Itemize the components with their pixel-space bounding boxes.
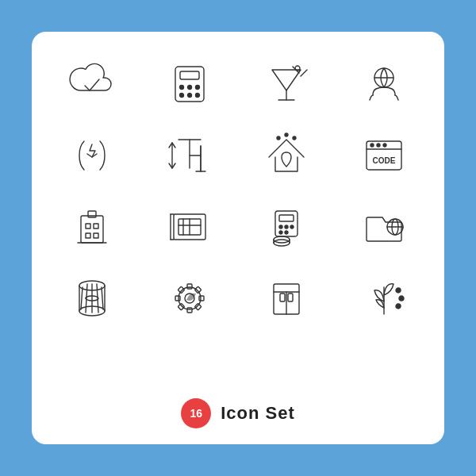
svg-line-67	[81, 287, 83, 309]
svg-rect-80	[175, 296, 180, 301]
svg-rect-37	[94, 233, 98, 238]
svg-line-13	[301, 70, 307, 76]
cocktail-icon	[242, 56, 332, 113]
svg-line-68	[86, 284, 87, 313]
world-hands-icon	[340, 56, 429, 113]
svg-point-49	[279, 225, 282, 228]
svg-rect-74	[187, 284, 192, 289]
spool-icon	[48, 270, 137, 327]
svg-rect-75	[194, 286, 201, 293]
svg-rect-78	[187, 308, 192, 313]
svg-point-2	[179, 86, 183, 90]
svg-rect-77	[194, 303, 201, 309]
leaf-gear-icon	[145, 270, 235, 327]
plant-icon	[340, 270, 429, 327]
svg-marker-8	[272, 70, 301, 90]
svg-point-29	[377, 144, 380, 147]
svg-rect-38	[88, 211, 96, 217]
blueprint-icon	[145, 198, 235, 255]
svg-rect-32	[81, 216, 103, 243]
svg-line-70	[97, 284, 98, 313]
code-browser-icon: CODE	[340, 127, 429, 184]
footer-label: Icon Set	[221, 403, 295, 424]
icons-grid: CODE	[48, 56, 428, 327]
svg-rect-35	[94, 224, 98, 228]
svg-rect-36	[86, 233, 90, 238]
svg-point-25	[293, 136, 296, 140]
svg-point-30	[383, 144, 386, 147]
svg-point-4	[195, 86, 199, 90]
svg-rect-76	[199, 296, 204, 301]
cloud-check-icon	[48, 56, 137, 113]
svg-point-88	[396, 288, 401, 293]
svg-point-51	[290, 225, 294, 228]
icon-count-badge: 16	[181, 398, 211, 428]
main-card: CODE	[32, 32, 444, 444]
svg-point-89	[399, 296, 404, 301]
svg-point-28	[370, 144, 374, 147]
svg-point-7	[195, 94, 199, 98]
svg-point-23	[277, 136, 280, 140]
ribbon-hands-icon	[48, 127, 137, 184]
svg-point-90	[396, 304, 401, 309]
svg-line-71	[102, 287, 103, 309]
svg-point-52	[279, 231, 282, 234]
svg-point-6	[187, 94, 191, 98]
svg-rect-86	[288, 294, 293, 301]
svg-rect-1	[180, 71, 199, 79]
folder-globe-icon	[340, 198, 429, 255]
calculator-coins-icon	[242, 198, 332, 255]
svg-rect-79	[178, 303, 184, 309]
svg-point-3	[187, 86, 191, 90]
svg-rect-81	[178, 286, 184, 293]
svg-text:CODE: CODE	[372, 156, 395, 165]
svg-rect-85	[280, 294, 285, 301]
svg-point-50	[285, 225, 288, 228]
home-heart-icon	[242, 127, 332, 184]
typography-icon	[145, 127, 235, 184]
svg-rect-34	[86, 224, 90, 228]
svg-rect-48	[279, 215, 294, 221]
window-icon	[242, 270, 332, 327]
calculator-icon	[145, 56, 235, 113]
svg-point-5	[179, 94, 183, 98]
svg-point-24	[285, 133, 288, 136]
svg-point-53	[285, 231, 288, 234]
footer: 16 Icon Set	[181, 398, 295, 428]
building-icon	[48, 198, 137, 255]
